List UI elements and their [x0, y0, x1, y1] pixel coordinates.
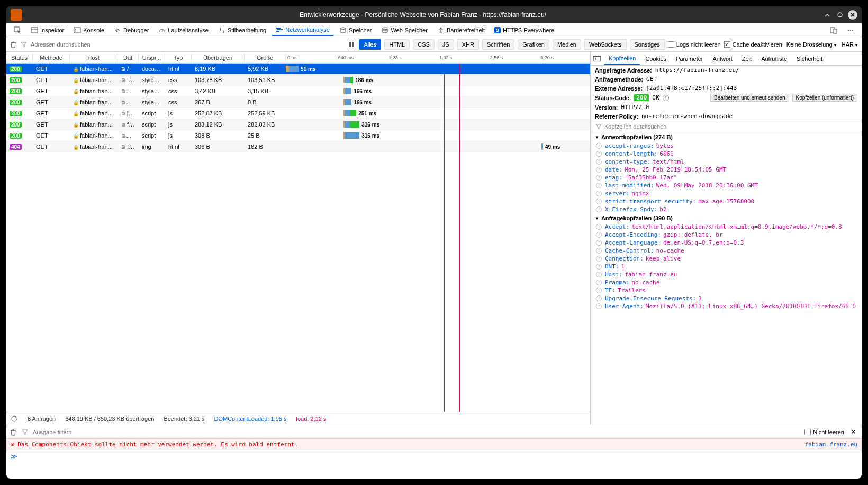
network-request-row[interactable]: 200GET🔒fabian-fran...🗎fo...stylesheetcss…: [6, 75, 590, 86]
filter-html[interactable]: HTML: [384, 39, 410, 50]
console-message-text: Das Components-Objekt sollte nicht mehr …: [17, 441, 804, 448]
console-prompt[interactable]: ≫: [6, 450, 862, 463]
col-size[interactable]: Größe: [245, 53, 286, 62]
finish-time: Beendet: 3,21 s: [164, 416, 204, 422]
filter-all[interactable]: Alles: [359, 39, 381, 50]
svg-point-0: [838, 13, 842, 17]
network-request-row[interactable]: 200GET🔒fabian-fran...🗎m...stylesheetcss3…: [6, 86, 590, 97]
method-label: Anfragemethode:: [595, 76, 643, 83]
col-method[interactable]: Methode: [33, 53, 70, 62]
close-button[interactable]: [848, 10, 857, 20]
details-tab-timings[interactable]: Zeit: [738, 53, 756, 64]
filter-xhr[interactable]: XHR: [457, 39, 479, 50]
method-value: GET: [646, 76, 657, 83]
header-item: ?content-type: text/html: [591, 158, 862, 166]
svg-rect-4: [74, 28, 80, 33]
edit-resend-button[interactable]: Bearbeiten und erneut senden: [710, 94, 789, 102]
response-headers-section[interactable]: ▼Antwortkopfzeilen (274 B): [591, 132, 862, 142]
pick-element-button[interactable]: [10, 25, 25, 35]
col-cause[interactable]: Urspr...: [139, 53, 165, 62]
header-item: ?etag: "5af35bb0-17ac": [591, 174, 862, 182]
details-tab-headers[interactable]: Kopfzeilen: [604, 53, 640, 65]
tab-inspector[interactable]: Inspektor: [26, 25, 68, 35]
filter-other[interactable]: Sonstiges: [630, 39, 665, 50]
throttling-select[interactable]: Keine Drosselung ▾: [785, 41, 837, 48]
details-body: Angefragte Adresse:https://fabian-franz.…: [591, 66, 862, 425]
network-request-row[interactable]: 200GET🔒fabian-fran...🗎ap...scriptjs308 B…: [6, 130, 590, 141]
header-item: ?TE: Trailers: [591, 286, 862, 294]
console-clear-button[interactable]: [10, 428, 17, 436]
tab-network[interactable]: Netzwerkanalyse: [272, 24, 334, 36]
request-headers-section[interactable]: ▼Anfragekopfzeilen (390 B): [591, 213, 862, 223]
console-persist-checkbox[interactable]: Nicht leeren: [804, 429, 844, 435]
col-file[interactable]: Dat: [117, 53, 139, 62]
console-close-button[interactable]: ✕: [848, 428, 858, 436]
headers-filter-input[interactable]: [604, 123, 857, 130]
har-menu[interactable]: HAR ▾: [840, 41, 858, 48]
tab-debugger[interactable]: Debugger: [110, 25, 153, 35]
col-type[interactable]: Typ: [165, 53, 192, 62]
refresh-icon[interactable]: [11, 415, 18, 423]
tab-style-editor[interactable]: Stilbearbeitung: [214, 25, 270, 35]
header-item: ?content-length: 6060: [591, 150, 862, 158]
tab-web-storage[interactable]: Web-Speicher: [377, 25, 432, 35]
disable-cache-checkbox[interactable]: Cache deaktivieren: [724, 41, 782, 48]
more-button[interactable]: [843, 25, 858, 35]
url-filter-input[interactable]: [31, 41, 126, 48]
request-url-value: https://fabian-franz.eu/: [655, 67, 739, 74]
filter-css[interactable]: CSS: [413, 39, 435, 50]
svg-line-5: [162, 30, 164, 32]
header-item: ?Accept-Encoding: gzip, deflate, br: [591, 231, 862, 239]
tab-storage[interactable]: Speicher: [335, 25, 376, 35]
network-request-row[interactable]: 200GET🔒fabian-fran...🗎jq...scriptjs252,8…: [6, 108, 590, 119]
pause-button[interactable]: [347, 41, 356, 48]
referrer-label: Referrer Policy:: [595, 113, 638, 120]
tab-https-everywhere[interactable]: SHTTPS Everywhere: [490, 25, 558, 35]
details-tab-security[interactable]: Sicherheit: [792, 53, 827, 64]
filter-js[interactable]: JS: [438, 39, 454, 50]
col-status[interactable]: Status: [6, 53, 33, 62]
filter-images[interactable]: Grafiken: [518, 39, 549, 50]
tab-performance[interactable]: Laufzeitanalyse: [154, 25, 212, 35]
header-item: ?strict-transport-security: max-age=1576…: [591, 197, 862, 205]
col-transferred[interactable]: Übertragen: [192, 53, 245, 62]
svg-rect-2: [31, 28, 38, 33]
clear-button[interactable]: [10, 41, 17, 48]
status-info-icon[interactable]: ?: [663, 95, 669, 101]
filter-fonts[interactable]: Schriften: [482, 39, 514, 50]
responsive-mode-button[interactable]: [826, 25, 842, 35]
network-request-row[interactable]: 200GET🔒fabian-fran...🗎ap...stylesheetcss…: [6, 97, 590, 108]
details-tab-params[interactable]: Parameter: [672, 53, 707, 64]
domcontentloaded-time: DOMContentLoaded: 1,95 s: [214, 416, 286, 422]
load-time: load: 2,12 s: [296, 416, 326, 422]
filter-ws[interactable]: WebSockets: [584, 39, 627, 50]
console-filter-input[interactable]: [33, 429, 800, 435]
svg-point-16: [850, 29, 851, 30]
details-tab-response[interactable]: Antwort: [708, 53, 736, 64]
details-tab-cookies[interactable]: Cookies: [641, 53, 671, 64]
network-request-row[interactable]: 200GET🔒fabian-fran...🗎/documenthtml6,19 …: [6, 64, 590, 75]
network-request-row[interactable]: 200GET🔒fabian-fran...🗎fo...scriptjs283,1…: [6, 119, 590, 130]
raw-headers-button[interactable]: Kopfzeilen (unformatiert): [792, 94, 858, 102]
svg-rect-14: [834, 29, 837, 33]
col-host[interactable]: Host: [70, 53, 117, 62]
console-message-source[interactable]: fabian-franz.eu: [805, 441, 857, 448]
header-item: ?Accept-Language: de,en-US;q=0.7,en;q=0.…: [591, 239, 862, 247]
persist-logs-checkbox[interactable]: Logs nicht leeren: [668, 41, 721, 48]
details-back-button[interactable]: [593, 55, 601, 63]
col-waterfall[interactable]: 0 ms640 ms1,28 s1,92 s2,56 s3,20 s: [286, 55, 590, 60]
network-request-row[interactable]: 404GET🔒fabian-fran...🗎fa...imghtml306 B1…: [6, 141, 590, 152]
tab-accessibility[interactable]: Barrierefreiheit: [433, 25, 489, 35]
header-item: ?date: Mon, 25 Feb 2019 18:54:05 GMT: [591, 166, 862, 174]
tab-console[interactable]: Konsole: [69, 25, 108, 35]
version-value: HTTP/2.0: [621, 104, 649, 111]
maximize-button[interactable]: [835, 10, 845, 20]
header-item: ?Pragma: no-cache: [591, 279, 862, 286]
svg-point-12: [440, 27, 441, 29]
minimize-button[interactable]: [822, 10, 832, 20]
transfer-size: 648,19 KB / 650,23 KB übertragen: [65, 416, 154, 422]
headers-filter-icon: [595, 123, 602, 130]
details-tab-stack[interactable]: Aufrufliste: [757, 53, 791, 64]
filter-media[interactable]: Medien: [553, 39, 581, 50]
remote-label: Externe Adresse:: [595, 85, 643, 92]
